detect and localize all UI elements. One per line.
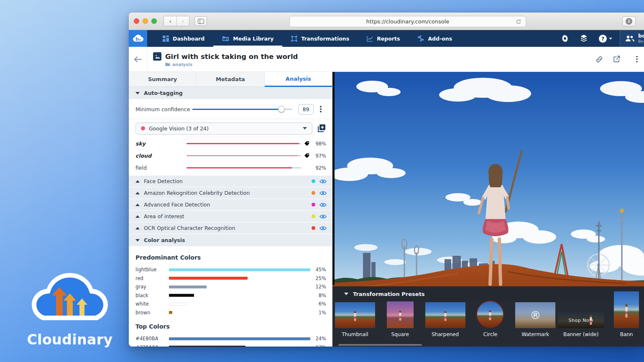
nav-item-media-library[interactable]: Media Library [213,30,282,47]
browser-chrome: ‹ › https://cloudinary.com/console ↓ [129,13,644,30]
tag-icon[interactable] [301,141,312,146]
cloudinary-home-button[interactable] [129,30,147,47]
preset-circle[interactable]: Circle [468,301,513,342]
color-row: #220A04 13% [135,343,326,347]
minimize-window-button[interactable] [143,18,148,24]
section-ocr[interactable]: OCR Optical Character Recognition [129,222,332,234]
expand-icon [135,180,140,183]
engine-select[interactable]: Google Vision (3 of 24) [135,122,312,135]
address-bar[interactable]: https://cloudinary.com/console [289,16,526,27]
nav-item-label: Transformations [301,36,349,42]
cloudinary-logo-icon [26,270,114,332]
section-auto-tagging[interactable]: Auto-tagging [129,87,332,99]
nav-item-transformations[interactable]: Transformations [282,30,358,47]
preset-image [425,302,465,328]
tab-analysis[interactable]: Analysis [265,72,332,87]
visibility-eye-icon[interactable] [319,179,327,184]
nav-item-label: Add-ons [428,36,452,42]
preset-image [335,302,375,328]
tag-row: sky 98% [129,138,332,150]
asset-preview-image: Transformation Presets Thumbnail Square … [332,72,644,347]
browser-sidebar-button[interactable] [194,16,207,26]
product-switcher-icon[interactable] [580,35,588,42]
preset-image: Shop Now [558,312,604,328]
nav-item-add-ons[interactable]: Add-ons [409,30,461,47]
predominant-colors-title: Predominant Colors [135,254,326,261]
browser-forward-button[interactable]: › [176,16,189,26]
transformations-icon [291,36,297,42]
window-controls [134,18,157,24]
section-advanced-face-detection[interactable]: Advanced Face Detection [129,199,332,211]
color-row: lightblue 45% [135,265,326,274]
chevron-down-icon [303,127,307,130]
section-color-analysis[interactable]: Color analysis [129,234,332,247]
tag-row: cloud 97% [129,150,332,162]
section-celebrity-detection[interactable]: Amazon Rekognition Celebrity Detection [129,187,332,199]
presets-strip: Thumbnail Square Sharpened Circle ® [332,301,644,342]
banner-overlay-text: Shop Now [558,312,604,328]
download-icon: ↓ [626,18,632,25]
tab-summary[interactable]: Summary [129,72,197,87]
cloudinary-brand: Cloudinary [26,270,114,348]
account-menu[interactable]: bo Bo [620,30,644,47]
tab-metadata[interactable]: Metadata [197,72,264,87]
settings-gear-icon[interactable] [561,35,569,42]
confidence-row: Minimum confidence 89 [129,99,332,119]
preset-image [614,291,639,328]
confidence-options-icon[interactable] [315,106,326,112]
add-engine-button[interactable] [317,124,326,133]
back-button[interactable] [129,47,147,71]
browser-back-button[interactable]: ‹ [164,16,176,26]
help-menu[interactable]: ? [599,35,612,43]
color-row: #4E80BA 24% [135,334,326,343]
visibility-eye-icon[interactable] [319,191,327,196]
confidence-slider[interactable] [192,109,292,110]
overlay-color-dot [312,179,315,183]
expand-icon [135,192,140,194]
expand-icon [135,215,140,218]
preset-sharpened[interactable]: Sharpened [423,302,468,342]
color-row: red 25% [135,274,326,283]
zoom-window-button[interactable] [151,18,157,24]
confidence-value-field[interactable]: 89 [298,104,314,115]
section-area-of-interest[interactable]: Area of interest [129,211,332,222]
chevron-down-icon [609,38,612,40]
refresh-icon[interactable] [515,18,522,25]
users-icon [625,35,634,42]
close-window-button[interactable] [134,18,139,24]
visibility-eye-icon[interactable] [319,214,327,219]
slider-handle[interactable] [278,106,285,112]
asset-folder[interactable]: analysis [165,62,298,67]
presets-header[interactable]: Transformation Presets [332,286,644,301]
expand-icon [135,227,140,229]
reports-chart-icon [367,36,373,42]
section-face-detection[interactable]: Face Detection [129,176,332,187]
visibility-eye-icon[interactable] [319,202,327,207]
color-row: gray 12% [135,283,326,291]
open-in-new-icon[interactable] [613,55,621,63]
preset-watermark[interactable]: ® Watermark [513,302,558,342]
address-url: https://cloudinary.com/console [366,18,450,25]
console-navbar: Dashboard Media Library Transformations … [129,30,644,47]
copy-link-icon[interactable] [595,55,603,64]
help-icon: ? [599,35,607,43]
downloads-button[interactable]: ↓ [622,16,636,26]
detail-tabs: Summary Metadata Analysis [129,72,332,87]
media-library-icon [222,36,229,41]
nav-item-dashboard[interactable]: Dashboard [154,30,213,47]
visibility-eye-icon[interactable] [319,226,327,231]
presets-scrollbar[interactable] [338,344,422,346]
preset-banner-wide[interactable]: Shop Now Banner (wide) [558,312,604,342]
dashboard-grid-icon [163,36,169,42]
preset-thumbnail[interactable]: Thumbnail [332,302,378,342]
color-row: brown 1% [135,308,326,317]
preset-square[interactable]: Square [378,301,423,342]
tag-icon[interactable] [301,153,312,158]
overlay-color-dot [312,214,315,218]
account-name: bo Bo [638,33,644,43]
collapse-icon [135,92,140,94]
engine-dot [141,126,145,130]
preset-banner-tall[interactable]: Bann [604,291,644,342]
nav-item-reports[interactable]: Reports [358,30,409,47]
more-options-icon[interactable] [631,56,642,63]
